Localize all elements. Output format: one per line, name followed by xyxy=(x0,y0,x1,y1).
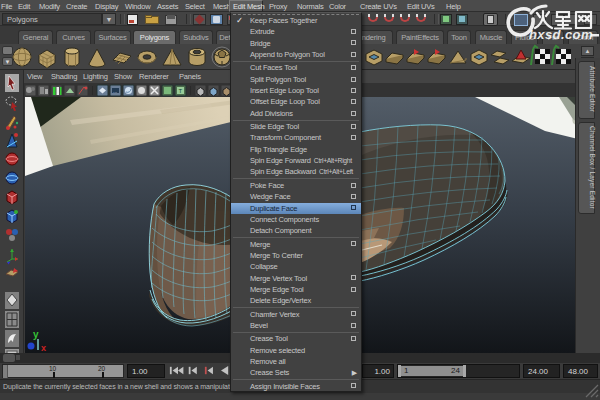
svg-text:hxsd.com: hxsd.com xyxy=(529,27,593,42)
svg-text:y: y xyxy=(33,329,39,340)
svg-text:x: x xyxy=(41,343,46,353)
svg-text:...: ... xyxy=(113,88,117,94)
svg-text:T: T xyxy=(179,88,183,94)
